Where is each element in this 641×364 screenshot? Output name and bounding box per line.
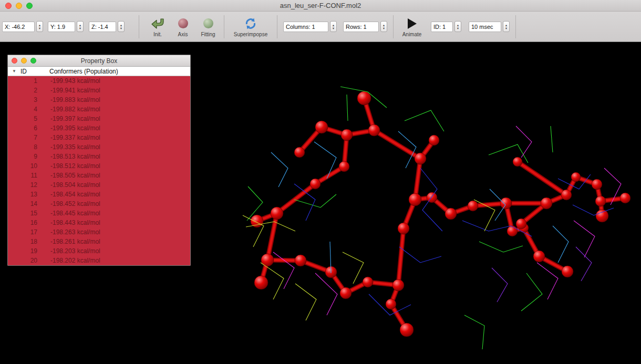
toolbar-separator [515,15,516,38]
axis-button[interactable]: Axis [170,13,195,41]
conformer-row[interactable]: 19-198.203 kcal/mol [8,246,190,256]
rows-label: Rows: [346,24,362,30]
conformer-row[interactable]: 2-199.941 kcal/mol [8,86,190,95]
conformer-energy: -199.943 kcal/mol [50,77,100,85]
conformer-row[interactable]: 7-199.337 kcal/mol [8,133,190,142]
animate-button[interactable]: Animate [399,13,425,41]
minimize-button[interactable] [16,3,22,9]
conformer-id: 9 [8,153,37,160]
toolbar-separator [277,15,277,38]
conformer-energy: -199.337 kcal/mol [50,134,100,141]
conformer-row[interactable]: 11-198.505 kcal/mol [8,171,190,180]
conformer-energy: -198.512 kcal/mol [50,162,100,170]
conformer-row[interactable]: 13-198.454 kcal/mol [8,190,190,199]
x-stepper[interactable]: ▲▼ [36,21,43,32]
rows-value: 1 [364,24,367,30]
interval-field[interactable]: 10 msec [469,22,501,32]
conformer-energy: -199.335 kcal/mol [50,143,100,151]
init-arrow-icon [151,16,164,31]
y-label: Y: [50,24,56,30]
rows-stepper[interactable]: ▲▼ [380,21,387,32]
conformer-row[interactable]: 4-199.882 kcal/mol [8,105,190,114]
y-coordinate-field[interactable]: Y: 1.9 [48,22,75,32]
app-window: asn_leu_ser-F-CONF.mol2 X: -46.2 ▲▼ Y: 1… [0,0,641,364]
conformer-row[interactable]: 8-199.335 kcal/mol [8,142,190,152]
x-coordinate-field[interactable]: X: -46.2 [2,22,35,32]
fitting-button[interactable]: Fitting [195,13,221,41]
conformer-row[interactable]: 12-198.504 kcal/mol [8,180,190,190]
z-value: -1.4 [98,24,108,30]
toolbar-separator [224,15,224,38]
property-box-minimize-button[interactable] [21,58,27,64]
x-value: -46.2 [12,24,25,30]
refresh-arrows-icon [244,16,257,31]
z-coordinate-field[interactable]: Z: -1.4 [89,22,116,32]
conformer-id: 15 [8,210,37,217]
property-box-titlebar[interactable]: Property Box [8,55,190,67]
conformer-id-label: ID: [433,24,441,30]
traffic-lights [0,3,33,9]
conformer-row[interactable]: 15-198.445 kcal/mol [8,209,190,218]
animate-label: Animate [402,32,422,37]
conformer-id: 14 [8,200,37,207]
conformer-energy: -199.941 kcal/mol [50,87,100,94]
conformer-energy: -198.263 kcal/mol [50,228,100,236]
axis-label: Axis [178,32,188,37]
toolbar: X: -46.2 ▲▼ Y: 1.9 ▲▼ Z: -1.4 ▲▼ [0,12,641,42]
z-stepper[interactable]: ▲▼ [118,21,125,32]
rows-field[interactable]: Rows: 1 [343,22,379,32]
columns-label: Columns: [286,24,310,30]
init-button[interactable]: Init. [145,13,170,41]
atom-layer [251,91,630,337]
conformer-list: 1-199.943 kcal/mol2-199.941 kcal/mol3-19… [8,76,190,265]
property-box-close-button[interactable] [12,58,17,64]
conformer-row[interactable]: 10-198.512 kcal/mol [8,161,190,171]
conformer-row[interactable]: 3-199.883 kcal/mol [8,95,190,105]
conformer-energy: -198.202 kcal/mol [50,257,100,264]
y-coordinate-spinner: Y: 1.9 ▲▼ [48,21,84,32]
conformer-id-stepper[interactable]: ▲▼ [454,21,461,32]
conformer-row[interactable]: 9-198.513 kcal/mol [8,152,190,161]
zoom-button[interactable] [26,3,33,9]
interval-stepper[interactable]: ▲▼ [503,21,510,32]
conformer-energy: -198.505 kcal/mol [50,172,100,179]
y-stepper[interactable]: ▲▼ [77,21,84,32]
conformer-id: 4 [8,106,37,113]
close-button[interactable] [5,3,12,9]
titlebar[interactable]: asn_leu_ser-F-CONF.mol2 [0,0,641,12]
id-column-header: ID [20,68,49,75]
play-icon [408,16,417,31]
conformer-row[interactable]: 20-198.202 kcal/mol [8,256,190,265]
conformers-column-header: Conformers (Population) [49,68,190,75]
disclosure-triangle-icon[interactable]: ▼ [8,69,20,74]
molecule-viewport: Property Box ▼ ID Conformers (Population… [0,42,641,363]
interval-spinner: 10 msec ▲▼ [469,21,510,32]
property-box-zoom-button[interactable] [30,58,36,64]
conformer-row[interactable]: 6-199.395 kcal/mol [8,123,190,133]
conformer-row[interactable]: 18-198.261 kcal/mol [8,237,190,246]
conformer-id-field[interactable]: ID: 1 [431,22,453,32]
conformer-id-value: 1 [442,24,446,30]
bond-layer [257,98,625,330]
init-label: Init. [153,32,162,37]
conformer-wireframe-layer [243,87,621,349]
conformer-id: 6 [8,124,37,132]
rows-spinner: Rows: 1 ▲▼ [343,21,387,32]
conformer-energy: -198.203 kcal/mol [50,247,100,255]
conformer-id: 5 [8,115,37,122]
superimpose-button[interactable]: Superimpopse [230,13,271,41]
conformer-row[interactable]: 1-199.943 kcal/mol [8,76,190,86]
conformer-row[interactable]: 5-199.397 kcal/mol [8,114,190,123]
conformer-id: 20 [8,257,37,264]
conformer-row[interactable]: 16-198.443 kcal/mol [8,218,190,227]
property-box-traffic-lights [8,58,36,64]
conformer-id: 2 [8,87,37,94]
columns-stepper[interactable]: ▲▼ [330,21,337,32]
conformer-id: 12 [8,181,37,189]
columns-field[interactable]: Columns: 1 [283,22,328,32]
columns-value: 1 [312,24,315,30]
property-box-header: ▼ ID Conformers (Population) [8,67,190,76]
conformer-id: 1 [8,77,37,85]
conformer-row[interactable]: 14-198.452 kcal/mol [8,199,190,209]
conformer-row[interactable]: 17-198.263 kcal/mol [8,227,190,237]
